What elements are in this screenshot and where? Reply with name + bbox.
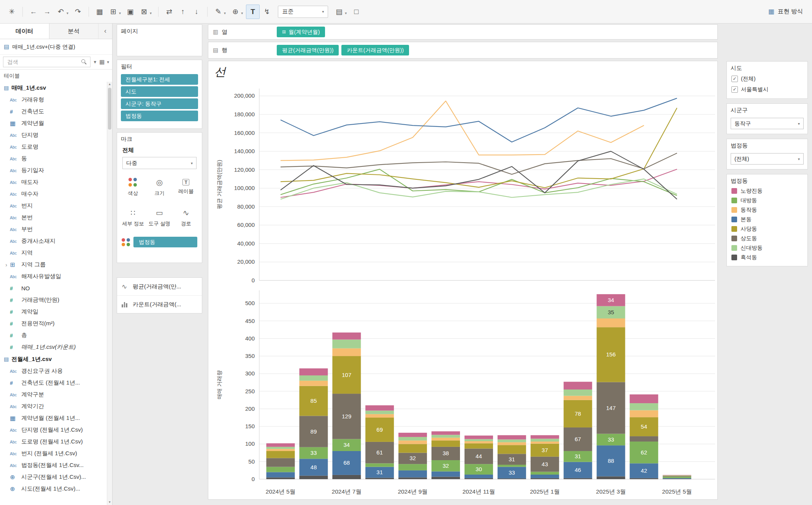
rows-pill[interactable]: 카운트(거래금액(만원)) [341, 45, 409, 55]
checkbox-option[interactable]: ✓(전체) [727, 73, 807, 84]
bar-segment[interactable] [465, 441, 493, 443]
bar-segment[interactable] [299, 476, 328, 479]
field-item[interactable]: Abc계약기간 [0, 401, 107, 412]
field-item[interactable]: #거래금액(만원) [0, 294, 107, 306]
grid-caret-icon[interactable]: ▾ [107, 60, 109, 65]
field-item[interactable]: #계약일 [0, 306, 107, 318]
rows-pill[interactable]: 평균(거래금액(만원)) [277, 45, 339, 55]
bar-segment[interactable] [663, 479, 691, 479]
line-series[interactable] [281, 98, 677, 142]
bar-segment[interactable] [531, 442, 559, 444]
scroll-down-icon[interactable]: ▼ [107, 500, 112, 505]
bar-segment[interactable] [498, 435, 526, 439]
field-item[interactable]: Abc단지명 (전월세 1년.Csv) [0, 424, 107, 436]
line-series[interactable] [281, 108, 677, 188]
bar-segment[interactable] [365, 463, 394, 467]
field-item[interactable]: Abc도로명 [0, 141, 107, 153]
highlight-button[interactable]: ✎ [212, 5, 225, 19]
bar-segment[interactable] [630, 436, 658, 442]
field-item[interactable]: Abc도로명 (전월세 1년.Csv) [0, 436, 107, 448]
expander-icon[interactable]: › [4, 262, 9, 268]
marks-color-pill[interactable]: 법정동 [133, 237, 197, 247]
legend-item[interactable]: 본동 [727, 215, 807, 224]
bar-segment[interactable] [365, 405, 394, 411]
field-list-scrollbar[interactable]: ▲ ▼ [107, 82, 112, 505]
bar-segment[interactable] [531, 478, 559, 479]
legend-item[interactable]: 동작동 [727, 205, 807, 215]
bar-segment[interactable] [663, 475, 691, 476]
new-worksheet-caret-icon[interactable]: ▾ [119, 11, 121, 15]
bar-segment[interactable] [564, 389, 592, 396]
search-icon[interactable] [81, 59, 87, 65]
bar-segment[interactable] [597, 477, 625, 479]
field-item[interactable]: Abc법정동(전월세 1년.Csv... [0, 459, 107, 471]
bar-segment[interactable] [531, 472, 559, 475]
bar-segment[interactable] [498, 445, 526, 454]
bar-segment[interactable] [266, 451, 295, 458]
checkbox-option[interactable]: ✓서울특별시 [727, 84, 807, 95]
bar-segment[interactable] [431, 431, 460, 435]
field-item[interactable]: Abc지역 [0, 247, 107, 259]
bar-segment[interactable] [630, 394, 658, 403]
bar-segment[interactable] [398, 437, 427, 440]
field-item[interactable]: Abc계약구분 [0, 389, 107, 401]
legend-item[interactable]: 노량진동 [727, 186, 807, 196]
bar-segment[interactable] [332, 340, 361, 348]
filter-pill[interactable]: 시도 [121, 86, 198, 97]
bar-segment[interactable] [332, 475, 361, 479]
sort-ascending-button[interactable]: ↑ [176, 5, 189, 19]
bar-segment[interactable] [663, 476, 691, 476]
field-item[interactable]: #전용면적(m²) [0, 318, 107, 329]
bar-segment[interactable] [365, 478, 394, 479]
bar-segment[interactable] [299, 375, 328, 381]
sigungu-dropdown[interactable]: 동작구 ▾ [731, 118, 804, 129]
field-item[interactable]: Abc중개사소재지 [0, 235, 107, 247]
field-item[interactable]: ⊕시군구(전월세 1년.Csv)... [0, 471, 107, 483]
columns-pill[interactable]: ⊞월(계약년월) [277, 27, 325, 37]
bar-segment[interactable] [498, 439, 526, 442]
field-item[interactable]: Abc거래유형 [0, 94, 107, 106]
bar-segment[interactable] [398, 433, 427, 437]
field-item[interactable]: ⊕시도(전월세 1년.Csv)... [0, 483, 107, 495]
fix-axes-button[interactable]: ↯ [260, 5, 273, 19]
bar-segment[interactable] [365, 414, 394, 418]
field-item[interactable]: Abc본번 [0, 212, 107, 223]
bar-segment[interactable] [531, 439, 559, 442]
bar-segment[interactable] [465, 439, 493, 441]
filter-pill[interactable]: 전월세구분1: 전세 [121, 74, 198, 85]
chart-preview-button[interactable]: ▤ [333, 5, 346, 19]
bar-segment[interactable] [663, 477, 691, 478]
filter-funnel-icon[interactable]: ▼ [93, 60, 97, 64]
bar-segment[interactable] [465, 435, 493, 439]
tab-analytics[interactable]: 분석 [49, 24, 98, 39]
bar-segment[interactable] [266, 449, 295, 451]
undo-button[interactable]: ↶ [54, 5, 67, 19]
bar-segment[interactable] [564, 382, 592, 389]
duplicate-sheet-button[interactable]: ▣ [124, 5, 137, 19]
marks-button-size[interactable]: ◎크기 [147, 173, 172, 201]
bar-segment[interactable] [564, 478, 592, 479]
field-item[interactable]: #건축년도 [0, 106, 107, 117]
field-item[interactable]: ›⊞지역 그룹 [0, 259, 107, 271]
field-item[interactable]: Abc갱신요구권 사용 [0, 365, 107, 377]
bar-segment[interactable] [332, 332, 361, 340]
highlight-caret-icon[interactable]: ▾ [224, 11, 226, 15]
bar-segment[interactable] [431, 472, 460, 477]
search-input[interactable] [6, 59, 81, 65]
bar-segment[interactable] [398, 440, 427, 444]
field-item[interactable]: ▦계약년월 (전월세 1년... [0, 412, 107, 424]
collapse-panel-button[interactable]: ‹ [98, 24, 112, 39]
bar-segment[interactable] [299, 368, 328, 375]
bar-segment[interactable] [498, 465, 526, 467]
beopjeongdong-dropdown[interactable]: (전체) ▾ [731, 153, 804, 165]
line-series[interactable] [281, 153, 677, 174]
scroll-up-icon[interactable]: ▲ [107, 82, 112, 87]
chart-preview-caret-icon[interactable]: ▾ [345, 11, 347, 15]
legend-item[interactable]: 사당동 [727, 224, 807, 234]
marks-measure-row[interactable]: ∿평균(거래금액(만... [117, 278, 202, 296]
field-item[interactable]: Abc단지명 [0, 129, 107, 141]
field-item[interactable]: Abc매도자 [0, 176, 107, 188]
table-row[interactable]: ▤전월세_1년.csv [0, 353, 107, 365]
bar-segment[interactable] [266, 447, 295, 449]
field-item[interactable]: Abc해제사유발생일 [0, 271, 107, 282]
